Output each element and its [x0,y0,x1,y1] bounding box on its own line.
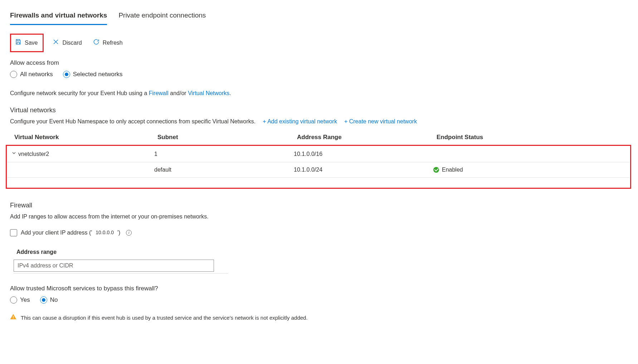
col-address-range: Address Range [297,133,437,142]
access-label: Allow access from [10,59,627,67]
bypass-warning: This can cause a disruption if this even… [10,314,627,322]
col-subnet: Subnet [157,133,297,142]
save-button[interactable]: Save [13,37,40,49]
info-icon[interactable]: i [126,230,132,236]
radio-no-label: No [50,296,58,304]
table-row: default 10.1.0.0/24 Enabled [8,162,629,178]
add-existing-vnet-link[interactable]: + Add existing virtual network [263,118,337,126]
check-icon [433,167,439,173]
access-radio-group: All networks Selected networks [10,70,123,79]
vnet-table: Virtual Network Subnet Address Range End… [10,130,627,189]
tabs: Firewalls and virtual networks Private e… [10,9,627,25]
refresh-label: Refresh [103,39,123,47]
configure-andor: and/or [169,90,188,96]
bypass-radio-group: Yes No [10,296,58,304]
radio-selected-label: Selected networks [73,70,123,79]
tab-firewalls[interactable]: Firewalls and virtual networks [10,9,107,25]
configure-prefix: Configure network security for your Even… [10,90,149,96]
vnet-name[interactable]: vnetcluster2 [18,150,49,158]
vnet-desc: Configure your Event Hub Namespace to on… [10,118,255,126]
radio-icon [40,296,47,304]
radio-icon [10,296,17,304]
col-endpoint-status: Endpoint Status [437,133,623,142]
address-range-label: Address range [16,248,627,256]
configure-text: Configure network security for your Even… [10,89,627,97]
create-new-vnet-link[interactable]: + Create new virtual network [344,118,417,126]
address-range-field-wrap [14,260,228,274]
configure-suffix: . [229,90,231,96]
add-ip-prefix: Add your client IP address (' [21,229,92,237]
discard-label: Discard [62,39,82,47]
table-header: Virtual Network Subnet Address Range End… [10,130,627,145]
firewall-desc: Add IP ranges to allow access from the i… [10,213,627,221]
save-icon [15,38,22,48]
col-virtual-network: Virtual Network [14,133,157,142]
subnet-cell: default [154,166,294,174]
toolbar: Save Discard Refresh [10,34,627,52]
chevron-down-icon[interactable] [11,150,17,158]
firewall-title: Firewall [10,201,627,210]
add-ip-suffix: ') [117,229,120,237]
svg-rect-0 [13,316,14,318]
subnet-cell: 1 [154,150,294,158]
address-range-input[interactable] [14,260,214,272]
radio-icon [10,71,17,78]
save-button-highlight: Save [10,34,44,52]
refresh-button[interactable]: Refresh [91,37,125,49]
refresh-icon [93,38,100,48]
tab-private-endpoints[interactable]: Private endpoint connections [118,9,206,25]
warning-icon [10,314,16,322]
close-icon [52,38,59,48]
vnet-table-highlight: vnetcluster2 1 10.1.0.0/16 default 10.1.… [6,145,631,189]
radio-bypass-no[interactable]: No [40,296,58,304]
bypass-warning-text: This can cause a disruption if this even… [21,314,308,321]
client-ip-value: 10.0.0.0 [96,229,114,236]
save-label: Save [25,39,38,47]
radio-icon [63,71,70,78]
range-cell: 10.1.0.0/16 [294,150,433,158]
firewall-link[interactable]: Firewall [149,90,169,96]
bypass-label: Allow trusted Microsoft services to bypa… [10,284,627,293]
status-text: Enabled [442,166,463,174]
radio-selected-networks[interactable]: Selected networks [63,70,123,79]
range-cell: 10.1.0.0/24 [294,166,433,174]
radio-bypass-yes[interactable]: Yes [10,296,30,304]
status-cell: Enabled [433,166,626,174]
discard-button[interactable]: Discard [50,37,84,49]
checkbox-icon [10,229,17,236]
svg-rect-1 [13,318,14,319]
radio-yes-label: Yes [20,296,30,304]
vnet-link[interactable]: Virtual Networks [188,90,229,96]
radio-all-label: All networks [20,70,53,79]
vnet-title: Virtual networks [10,106,627,115]
checkbox-add-client-ip[interactable]: Add your client IP address (' 10.0.0.0 '… [10,229,132,237]
radio-all-networks[interactable]: All networks [10,70,53,79]
table-row: vnetcluster2 1 10.1.0.0/16 [8,147,629,162]
